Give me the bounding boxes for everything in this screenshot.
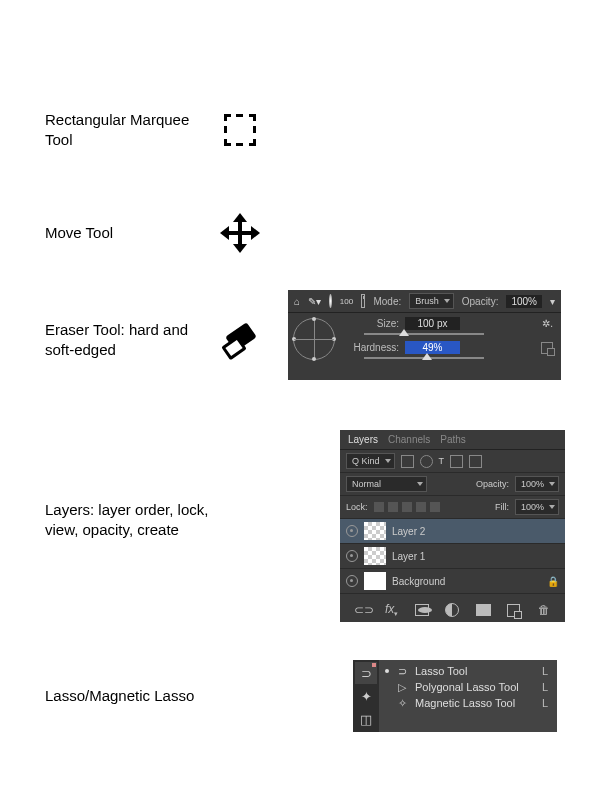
move-tool-icon [222,215,258,251]
layer-thumbnail[interactable] [364,572,386,590]
lasso-option[interactable]: ⊃ Lasso Tool L [383,663,553,679]
mode-label: Mode: [373,296,401,307]
lasso-icon: ⊃ [395,664,409,678]
shortcut-key: L [542,681,551,693]
polygonal-lasso-icon: ▷ [395,680,409,694]
opacity-label: Opacity: [462,296,499,307]
tab-channels[interactable]: Channels [388,434,430,445]
layer-row[interactable]: Layer 2 [340,519,565,544]
filter-pixel-icon[interactable] [401,455,414,468]
layer-name[interactable]: Layer 2 [392,526,425,537]
visibility-toggle-icon[interactable] [346,575,358,587]
fill-value[interactable]: 100% [515,499,559,515]
filter-adjustment-icon[interactable] [420,455,433,468]
layer-opacity-value[interactable]: 100% [515,476,559,492]
lasso-label: Lasso/Magnetic Lasso [45,686,215,706]
opacity-value[interactable]: 100% [506,295,542,308]
hardness-slider[interactable] [364,357,484,359]
brush-shape-preview[interactable] [293,318,335,360]
magnetic-lasso-icon: ✧ [395,696,409,710]
lock-label: Lock: [346,502,368,512]
visibility-toggle-icon[interactable] [346,550,358,562]
add-mask-icon[interactable] [415,604,429,616]
filter-type-icon[interactable]: T [439,456,445,466]
opacity-label-layers: Opacity: [476,479,509,489]
lasso-option-label: Lasso Tool [415,665,467,677]
brush-size-indicator: 100 [340,297,353,306]
marquee-label: Rectangular Marquee Tool [45,110,215,149]
link-layers-icon[interactable]: ⊂⊃ [354,603,368,617]
shortcut-key: L [542,665,551,677]
magic-wand-icon[interactable]: ✦ [355,685,377,707]
filter-smart-icon[interactable] [469,455,482,468]
tab-layers[interactable]: Layers [348,434,378,445]
lock-position-icon[interactable] [402,502,412,512]
adjustment-layer-icon[interactable] [445,603,459,617]
layers-label: Layers: layer order, lock, view, opacity… [45,500,215,539]
eraser-options-panel: ⌂ ✎▾ 100 Mode: Brush Opacity: 100% ▾ Siz… [288,290,561,380]
lasso-option-label: Polygonal Lasso Tool [415,681,519,693]
layer-thumbnail[interactable] [364,522,386,540]
filter-shape-icon[interactable] [450,455,463,468]
mode-dropdown[interactable]: Brush [409,293,454,309]
lasso-option[interactable]: ▷ Polygonal Lasso Tool L [383,679,553,695]
new-layer-icon[interactable] [507,604,520,617]
new-preset-icon[interactable] [541,342,553,354]
lock-icon[interactable]: 🔒 [547,576,559,587]
shortcut-key: L [542,697,551,709]
chevron-down-icon[interactable]: ▾ [550,296,555,307]
layer-row[interactable]: Background 🔒 [340,569,565,594]
layers-panel: Layers Channels Paths Q Kind T Normal Op… [340,430,565,622]
size-slider[interactable] [364,333,484,335]
rectangular-marquee-icon [224,114,256,146]
layer-filter-dropdown[interactable]: Q Kind [346,453,395,469]
move-label: Move Tool [45,223,215,243]
delete-layer-icon[interactable]: 🗑 [537,603,551,617]
tab-paths[interactable]: Paths [440,434,466,445]
visibility-toggle-icon[interactable] [346,525,358,537]
lock-all-icon[interactable] [430,502,440,512]
hardness-value[interactable]: 49% [405,341,460,354]
lock-artboard-icon[interactable] [416,502,426,512]
lock-transparency-icon[interactable] [374,502,384,512]
home-icon[interactable]: ⌂ [294,296,300,307]
size-value[interactable]: 100 px [405,317,460,330]
brush-preset-icon[interactable]: ✎▾ [308,296,321,307]
size-label: Size: [344,318,399,329]
lasso-tool-icon[interactable]: ⊃ [355,662,377,684]
layer-name[interactable]: Background [392,576,445,587]
layer-effects-icon[interactable]: fx▾ [385,602,399,618]
fill-label: Fill: [495,502,509,512]
crop-tool-icon[interactable]: ◫ [355,708,377,730]
blend-mode-dropdown[interactable]: Normal [346,476,427,492]
lasso-tools-panel: ⊃ ✦ ◫ ⊃ Lasso Tool L ▷ Polygonal Lasso T… [353,660,557,732]
lasso-option[interactable]: ✧ Magnetic Lasso Tool L [383,695,553,711]
group-icon[interactable] [476,604,491,616]
layer-thumbnail[interactable] [364,547,386,565]
lasso-option-label: Magnetic Lasso Tool [415,697,515,709]
brush-panel-icon[interactable] [361,294,365,308]
layer-name[interactable]: Layer 1 [392,551,425,562]
gear-icon[interactable]: ✲. [542,318,553,329]
layer-row[interactable]: Layer 1 [340,544,565,569]
eraser-tool-icon [222,322,258,358]
hardness-label: Hardness: [344,342,399,353]
eraser-label: Eraser Tool: hard and soft-edged [45,320,215,359]
lock-paint-icon[interactable] [388,502,398,512]
brush-preview-icon[interactable] [329,294,332,308]
